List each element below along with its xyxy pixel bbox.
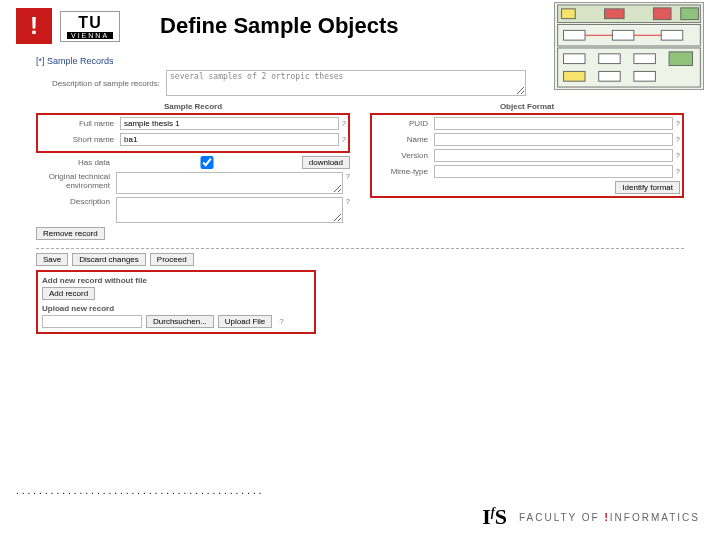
faculty-text: FACULTY OF !INFORMATICS xyxy=(519,512,700,523)
svg-rect-13 xyxy=(599,54,621,64)
svg-rect-6 xyxy=(564,30,586,40)
hasdata-label: Has data xyxy=(36,158,116,167)
help-icon[interactable]: ? xyxy=(342,135,346,144)
svg-rect-7 xyxy=(612,30,634,40)
shortname-label: Short name xyxy=(40,135,120,144)
object-format-header: Object Format xyxy=(370,102,684,111)
description2-input[interactable] xyxy=(116,197,343,223)
svg-rect-12 xyxy=(564,54,586,64)
help-icon[interactable]: ? xyxy=(346,172,350,181)
page-title: Define Sample Objects xyxy=(160,13,398,39)
svg-rect-2 xyxy=(605,9,625,19)
tu-text: TU xyxy=(67,14,113,32)
svg-rect-16 xyxy=(564,71,586,81)
mime-label: Mime-type xyxy=(374,167,434,176)
svg-rect-4 xyxy=(681,8,699,20)
fullname-label: Full name xyxy=(40,119,120,128)
remove-record-button[interactable]: Remove record xyxy=(36,227,105,240)
svg-rect-8 xyxy=(661,30,683,40)
download-button[interactable]: download xyxy=(302,156,350,169)
description2-label: Description xyxy=(36,197,116,206)
identify-format-button[interactable]: Identify format xyxy=(615,181,680,194)
help-icon[interactable]: ? xyxy=(676,135,680,144)
sample-record-box: Full name ? Short name ? xyxy=(36,113,350,153)
save-button[interactable]: Save xyxy=(36,253,68,266)
object-format-box: PUID ? Name ? Version ? Mime-type xyxy=(370,113,684,198)
name-input[interactable] xyxy=(434,133,673,146)
upload-title: Upload new record xyxy=(42,304,310,313)
version-input[interactable] xyxy=(434,149,673,162)
svg-rect-0 xyxy=(558,5,701,23)
help-icon[interactable]: ? xyxy=(342,119,346,128)
shortname-input[interactable] xyxy=(120,133,339,146)
description-input[interactable]: several samples of 2 ortropic theses xyxy=(166,70,526,96)
help-icon[interactable]: ? xyxy=(676,167,680,176)
mime-input[interactable] xyxy=(434,165,673,178)
version-label: Version xyxy=(374,151,434,160)
puid-input[interactable] xyxy=(434,117,673,130)
browse-button[interactable]: Durchsuchen... xyxy=(146,315,214,328)
divider xyxy=(36,248,684,249)
svg-rect-14 xyxy=(634,54,656,64)
svg-rect-1 xyxy=(562,9,576,19)
proceed-button[interactable]: Proceed xyxy=(150,253,194,266)
logo-excl: ! xyxy=(16,8,52,44)
name-label: Name xyxy=(374,135,434,144)
discard-button[interactable]: Discard changes xyxy=(72,253,146,266)
upload-path-input[interactable] xyxy=(42,315,142,328)
help-icon[interactable]: ? xyxy=(676,151,680,160)
desc-label: Description of sample records: xyxy=(36,79,166,88)
help-icon[interactable]: ? xyxy=(346,197,350,206)
origenv-input[interactable] xyxy=(116,172,343,194)
svg-rect-3 xyxy=(653,8,671,20)
hasdata-checkbox[interactable] xyxy=(116,156,298,169)
addnew-title: Add new record without file xyxy=(42,276,310,285)
help-icon[interactable]: ? xyxy=(279,317,283,326)
upload-file-button[interactable]: Upload File xyxy=(218,315,272,328)
fullname-input[interactable] xyxy=(120,117,339,130)
add-record-button[interactable]: Add record xyxy=(42,287,95,300)
workflow-diagram xyxy=(554,2,704,90)
puid-label: PUID xyxy=(374,119,434,128)
help-icon[interactable]: ? xyxy=(676,119,680,128)
svg-rect-18 xyxy=(634,71,656,81)
sample-record-header: Sample Record xyxy=(36,102,350,111)
logo-tu-vienna: TU VIENNA xyxy=(60,11,120,42)
ifs-logo: IfS xyxy=(482,504,507,530)
origenv-label: Original technical environment xyxy=(36,172,116,190)
dots-decoration: ........................................… xyxy=(16,485,264,496)
svg-rect-15 xyxy=(669,52,692,66)
vienna-text: VIENNA xyxy=(67,32,113,39)
svg-rect-17 xyxy=(599,71,621,81)
add-upload-box: Add new record without file Add record U… xyxy=(36,270,316,334)
